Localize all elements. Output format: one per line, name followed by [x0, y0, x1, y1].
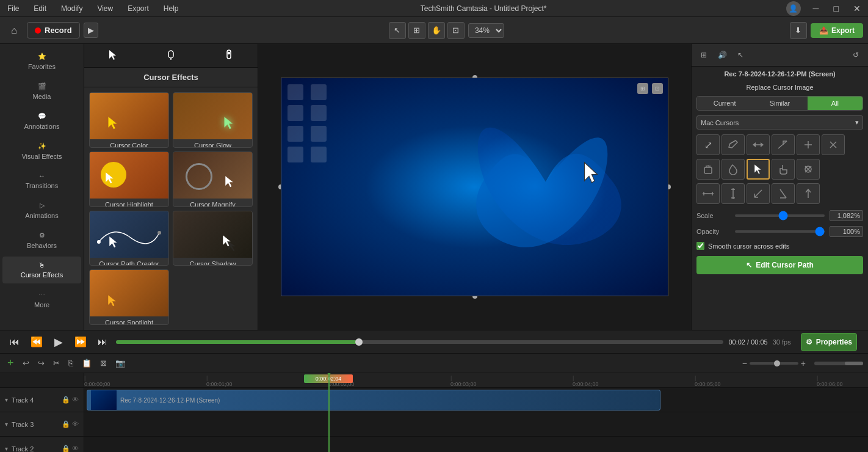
menu-edit[interactable]: Edit: [31, 3, 49, 14]
step-forward-button[interactable]: ⏭: [94, 334, 111, 351]
cursor-cell-diag1[interactable]: [747, 183, 770, 204]
snapshot-button[interactable]: 📷: [113, 357, 128, 369]
sidebar-item-more[interactable]: ⋯ More: [2, 286, 81, 313]
effect-card-cursor-path[interactable]: Cursor Path Creator: [89, 211, 169, 266]
paste-button[interactable]: 📋: [79, 357, 94, 369]
close-btn[interactable]: ✕: [851, 2, 863, 15]
sidebar-item-annotations[interactable]: 💬 Annotations: [2, 108, 81, 135]
frame-back-button[interactable]: ⏪: [28, 334, 45, 351]
record-button[interactable]: Record: [27, 22, 80, 38]
smooth-checkbox[interactable]: [696, 242, 704, 250]
download-icon[interactable]: ⬇: [790, 22, 807, 39]
zoom-out-button[interactable]: −: [742, 359, 747, 368]
sidebar-item-animations[interactable]: ▷ Animations: [2, 197, 81, 224]
effect-card-cursor-color[interactable]: Cursor Color: [89, 92, 169, 148]
horizontal-scroll[interactable]: [814, 362, 863, 365]
hand-tool[interactable]: ✋: [428, 22, 445, 39]
track-2-eye-icon[interactable]: 👁: [72, 445, 79, 452]
select-tool[interactable]: ↖: [389, 22, 406, 39]
sidebar-item-favorites[interactable]: ⭐ Favorites: [2, 48, 81, 75]
crop-tool[interactable]: ⊡: [447, 22, 465, 39]
cursor-cell-resize-h[interactable]: [747, 134, 770, 155]
cursor-cell-hand-point[interactable]: [772, 159, 795, 180]
record-arrow[interactable]: ▶: [84, 23, 98, 38]
cursor-cell-hline[interactable]: [696, 183, 720, 204]
playhead[interactable]: [328, 373, 330, 452]
cursor-cell-cross[interactable]: [797, 159, 820, 180]
track-4-chevron[interactable]: ▾: [5, 396, 8, 403]
track-3-chevron[interactable]: ▾: [5, 421, 8, 428]
cursor-rp-icon[interactable]: ↖: [733, 48, 748, 62]
cursor-type-similar[interactable]: Similar: [752, 97, 807, 110]
timeline-tracks[interactable]: 0:00:00;00 0:00:01;00 0:00:02,00 0:00:03…: [84, 373, 868, 452]
menu-export[interactable]: Export: [125, 3, 151, 14]
audio-icon[interactable]: 🔊: [715, 48, 729, 62]
refresh-icon[interactable]: ↺: [848, 48, 863, 62]
track-2-chevron[interactable]: ▾: [5, 445, 8, 452]
track-lock-icon[interactable]: 🔒: [62, 396, 70, 404]
effect-card-extra[interactable]: Cursor Spotlight: [89, 269, 169, 325]
cursor-cell-arrow-up[interactable]: [797, 183, 820, 204]
frame-forward-button[interactable]: ⏩: [72, 334, 89, 351]
track-eye-icon[interactable]: 👁: [72, 396, 79, 404]
cursor-cell-vline[interactable]: [722, 183, 745, 204]
track-2-lock-icon[interactable]: 🔒: [62, 445, 70, 452]
cursor-cell-arrow-selected[interactable]: [747, 159, 770, 180]
sidebar-item-cursor-effects[interactable]: 🖱 Cursor Effects: [2, 257, 81, 283]
cursor-cell-drop[interactable]: [722, 159, 745, 180]
user-avatar[interactable]: 👤: [786, 1, 801, 16]
effect-card-cursor-glow[interactable]: Cursor Glow: [173, 92, 253, 148]
cursor-type-all[interactable]: All: [808, 97, 863, 110]
home-button[interactable]: ⌂: [5, 21, 23, 40]
copy-button[interactable]: ⎘: [66, 357, 76, 369]
effect-card-cursor-shadow[interactable]: Cursor Shadow: [173, 211, 253, 266]
tab-cursor-arrow[interactable]: [84, 44, 142, 67]
add-track-button[interactable]: +: [5, 357, 16, 370]
sidebar-item-visual-effects[interactable]: ✨ Visual Effects: [2, 137, 81, 165]
menu-help[interactable]: Help: [161, 3, 181, 14]
cursor-cell-diag2[interactable]: [772, 183, 795, 204]
cursor-cell-move[interactable]: ⤢: [696, 134, 720, 155]
opacity-slider[interactable]: [735, 230, 825, 233]
progress-handle[interactable]: [355, 338, 363, 346]
scroll-thumb[interactable]: [845, 362, 863, 365]
zoom-slider-track[interactable]: [750, 362, 798, 365]
properties-button[interactable]: ⚙ Properties: [801, 333, 857, 351]
effect-card-cursor-magnify[interactable]: Cursor Magnify: [173, 151, 253, 207]
zoom-slider-handle[interactable]: [774, 360, 780, 366]
grid-icon[interactable]: ⊞: [696, 48, 711, 62]
cursor-type-current[interactable]: Current: [697, 97, 752, 110]
cursor-cell-hand-flat[interactable]: [696, 159, 720, 180]
sidebar-item-behaviors[interactable]: ⚙ Behaviors: [2, 227, 81, 254]
track-3-eye-icon[interactable]: 👁: [72, 420, 79, 428]
cut-button[interactable]: ✂: [51, 357, 62, 369]
menu-file[interactable]: File: [5, 3, 21, 14]
sidebar-item-transitions[interactable]: ↔ Transitions: [2, 167, 81, 194]
track-3-lock-icon[interactable]: 🔒: [62, 420, 70, 428]
play-button[interactable]: ▶: [50, 334, 67, 351]
scale-slider[interactable]: [735, 214, 825, 217]
menu-modify[interactable]: Modify: [59, 3, 85, 14]
undo-button[interactable]: ↩: [20, 357, 32, 369]
tab-cursor-scroll[interactable]: [200, 44, 258, 67]
transform-tool[interactable]: ⊞: [408, 22, 425, 39]
step-back-button[interactable]: ⏮: [6, 334, 23, 351]
cursor-set-dropdown[interactable]: Mac Cursors ▾: [696, 115, 863, 129]
tab-cursor-click[interactable]: [142, 44, 200, 67]
minimize-btn[interactable]: ─: [811, 2, 822, 15]
cursor-cell-plus[interactable]: [797, 134, 820, 155]
redo-button[interactable]: ↪: [35, 357, 47, 369]
progress-bar[interactable]: [116, 340, 723, 344]
zoom-select[interactable]: 34%: [468, 23, 504, 38]
cursor-cell-resize-ne[interactable]: [772, 134, 795, 155]
clip-track4[interactable]: Rec 7-8-2024-12-26-12-PM (Screen): [87, 390, 660, 410]
split-button[interactable]: ⊠: [98, 357, 109, 369]
maximize-btn[interactable]: □: [831, 2, 841, 15]
cursor-cell-x[interactable]: [822, 134, 845, 155]
sidebar-item-media[interactable]: 🎬 Media: [2, 78, 81, 105]
effect-card-cursor-highlight[interactable]: Cursor Highlight: [89, 151, 169, 207]
menu-view[interactable]: View: [95, 3, 115, 14]
zoom-in-button[interactable]: +: [801, 359, 806, 368]
cursor-cell-pen[interactable]: [722, 134, 745, 155]
export-button[interactable]: 📤 Export: [811, 23, 863, 38]
